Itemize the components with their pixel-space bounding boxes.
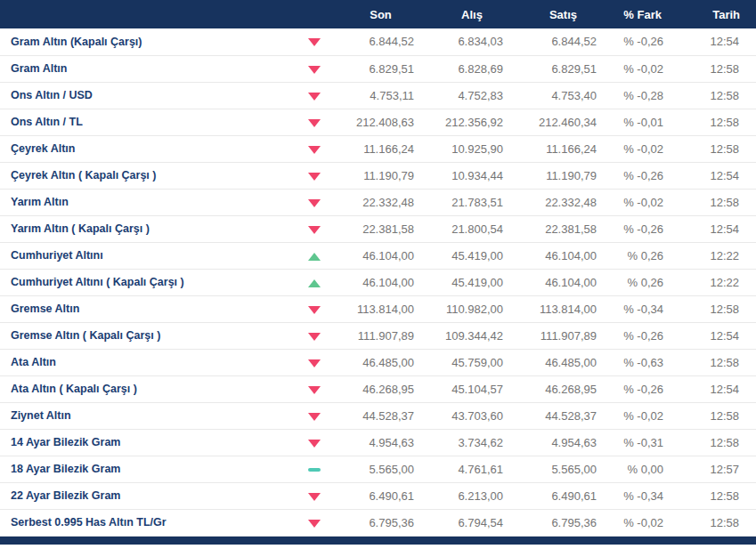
change-percent: % -0,34 — [610, 482, 678, 509]
table-row[interactable]: Ziynet Altın 44.528,37 43.703,60 44.528,… — [0, 402, 756, 429]
footer-bar — [0, 537, 756, 545]
table-row[interactable]: Ons Altın / USD 4.753,11 4.752,83 4.753,… — [0, 82, 756, 109]
last-price: 44.528,37 — [334, 402, 427, 429]
direction-cell — [294, 482, 334, 509]
update-time: 12:54 — [678, 375, 756, 402]
instrument-column-header — [0, 0, 334, 28]
column-header-tarih: Tarih — [678, 0, 756, 28]
down-arrow-icon — [308, 333, 321, 341]
table-row[interactable]: Çeyrek Altın ( Kapalı Çarşı ) 11.190,79 … — [0, 162, 756, 189]
instrument-name[interactable]: Serbest 0.995 Has Altın TL/Gr — [0, 509, 294, 536]
direction-cell — [294, 55, 334, 82]
direction-cell — [294, 215, 334, 242]
sell-price: 22.332,48 — [516, 189, 610, 215]
column-header-fark: % Fark — [610, 0, 678, 28]
instrument-name[interactable]: Gremse Altın — [0, 295, 294, 322]
last-price: 22.381,58 — [334, 215, 427, 242]
instrument-name[interactable]: Çeyrek Altın ( Kapalı Çarşı ) — [0, 162, 294, 189]
direction-cell — [294, 322, 334, 349]
table-row[interactable]: Gremse Altın 113.814,00 110.982,00 113.8… — [0, 295, 756, 322]
sell-price: 6.795,36 — [516, 509, 610, 536]
buy-price: 45.104,57 — [427, 375, 516, 402]
update-time: 12:58 — [678, 482, 756, 509]
sell-price: 46.268,95 — [516, 375, 610, 402]
update-time: 12:58 — [678, 109, 756, 135]
table-row[interactable]: Serbest 0.995 Has Altın TL/Gr 6.795,36 6… — [0, 509, 756, 536]
table-row[interactable]: 14 Ayar Bilezik Gram 4.954,63 3.734,62 4… — [0, 429, 756, 456]
instrument-name[interactable]: Ziynet Altın — [0, 402, 294, 429]
direction-cell — [294, 162, 334, 189]
instrument-name[interactable]: Ons Altın / USD — [0, 82, 294, 109]
table-row[interactable]: Ons Altın / TL 212.408,63 212.356,92 212… — [0, 109, 756, 135]
up-arrow-icon — [308, 253, 321, 261]
change-percent: % -0,63 — [610, 349, 678, 375]
update-time: 12:58 — [678, 295, 756, 322]
buy-price: 21.800,54 — [427, 215, 516, 242]
update-time: 12:54 — [678, 215, 756, 242]
instrument-name[interactable]: 18 Ayar Bilezik Gram — [0, 456, 294, 482]
table-row[interactable]: Ata Altın ( Kapalı Çarşı ) 46.268,95 45.… — [0, 375, 756, 402]
table-row[interactable]: Cumhuriyet Altını ( Kapalı Çarşı ) 46.10… — [0, 269, 756, 295]
update-time: 12:58 — [678, 349, 756, 375]
update-time: 12:58 — [678, 82, 756, 109]
sell-price: 4.954,63 — [516, 429, 610, 456]
down-arrow-icon — [308, 493, 321, 501]
change-percent: % 0,26 — [610, 269, 678, 295]
buy-price: 6.834,03 — [427, 28, 516, 55]
instrument-name[interactable]: Çeyrek Altın — [0, 135, 294, 162]
instrument-name[interactable]: Yarım Altın — [0, 189, 294, 215]
last-price: 6.844,52 — [334, 28, 427, 55]
instrument-name[interactable]: 22 Ayar Bilezik Gram — [0, 482, 294, 509]
table-row[interactable]: Gremse Altın ( Kapalı Çarşı ) 111.907,89… — [0, 322, 756, 349]
buy-price: 110.982,00 — [427, 295, 516, 322]
instrument-name[interactable]: Cumhuriyet Altını ( Kapalı Çarşı ) — [0, 269, 294, 295]
instrument-name[interactable]: 14 Ayar Bilezik Gram — [0, 429, 294, 456]
last-price: 46.485,00 — [334, 349, 427, 375]
last-price: 22.332,48 — [334, 189, 427, 215]
up-arrow-icon — [308, 279, 321, 287]
instrument-name[interactable]: Yarım Altın ( Kapalı Çarşı ) — [0, 215, 294, 242]
table-row[interactable]: Yarım Altın 22.332,48 21.783,51 22.332,4… — [0, 189, 756, 215]
table-row[interactable]: Cumhuriyet Altını 46.104,00 45.419,00 46… — [0, 242, 756, 269]
table-row[interactable]: Gram Altın (Kapalı Çarşı) 6.844,52 6.834… — [0, 28, 756, 55]
sell-price: 46.485,00 — [516, 349, 610, 375]
sell-price: 4.753,40 — [516, 82, 610, 109]
sell-price: 22.381,58 — [516, 215, 610, 242]
last-price: 46.104,00 — [334, 269, 427, 295]
instrument-name[interactable]: Ata Altın — [0, 349, 294, 375]
down-arrow-icon — [308, 306, 321, 314]
instrument-name[interactable]: Ons Altın / TL — [0, 109, 294, 135]
table-row[interactable]: Ata Altın 46.485,00 45.759,00 46.485,00 … — [0, 349, 756, 375]
down-arrow-icon — [308, 146, 321, 154]
instrument-name[interactable]: Ata Altın ( Kapalı Çarşı ) — [0, 375, 294, 402]
last-price: 6.829,51 — [334, 55, 427, 82]
last-price: 212.408,63 — [334, 109, 427, 135]
instrument-name[interactable]: Cumhuriyet Altını — [0, 242, 294, 269]
update-time: 12:58 — [678, 429, 756, 456]
last-price: 4.954,63 — [334, 429, 427, 456]
table-row[interactable]: Gram Altın 6.829,51 6.828,69 6.829,51 % … — [0, 55, 756, 82]
direction-cell — [294, 135, 334, 162]
change-percent: % -0,26 — [610, 375, 678, 402]
direction-cell — [294, 269, 334, 295]
sell-price: 11.166,24 — [516, 135, 610, 162]
table-row[interactable]: Yarım Altın ( Kapalı Çarşı ) 22.381,58 2… — [0, 215, 756, 242]
last-price: 4.753,11 — [334, 82, 427, 109]
buy-price: 6.794,54 — [427, 509, 516, 536]
table-row[interactable]: 18 Ayar Bilezik Gram 5.565,00 4.761,61 5… — [0, 456, 756, 482]
table-row[interactable]: 22 Ayar Bilezik Gram 6.490,61 6.213,00 6… — [0, 482, 756, 509]
instrument-name[interactable]: Gram Altın — [0, 55, 294, 82]
instrument-name[interactable]: Gremse Altın ( Kapalı Çarşı ) — [0, 322, 294, 349]
change-percent: % -0,02 — [610, 509, 678, 536]
last-price: 5.565,00 — [334, 456, 427, 482]
change-percent: % -0,31 — [610, 429, 678, 456]
update-time: 12:58 — [678, 509, 756, 536]
table-row[interactable]: Çeyrek Altın 11.166,24 10.925,90 11.166,… — [0, 135, 756, 162]
update-time: 12:22 — [678, 269, 756, 295]
buy-price: 43.703,60 — [427, 402, 516, 429]
sell-price: 6.490,61 — [516, 482, 610, 509]
last-price: 46.104,00 — [334, 242, 427, 269]
sell-price: 46.104,00 — [516, 269, 610, 295]
direction-cell — [294, 402, 334, 429]
instrument-name[interactable]: Gram Altın (Kapalı Çarşı) — [0, 28, 294, 55]
